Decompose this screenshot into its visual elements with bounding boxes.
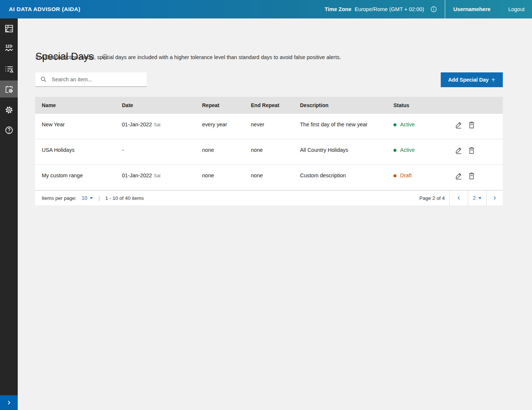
sidebar-item-help[interactable] <box>0 122 18 139</box>
row-date-day: Sat <box>154 173 160 178</box>
dashboard-icon <box>4 24 14 34</box>
logout-button[interactable]: Logout <box>508 6 525 12</box>
table-row: New Year 01-Jan-2022Sat every year never… <box>35 114 503 139</box>
row-description: The first day of the new year <box>293 114 387 139</box>
top-bar: AI DATA ADVISOR (AIDA) Time Zone Europe/… <box>0 0 532 18</box>
status-dot <box>393 149 396 152</box>
username[interactable]: Usernamehere <box>453 6 491 12</box>
add-special-day-label: Add Special Day <box>448 77 489 83</box>
sidebar: 123· <box>0 18 18 410</box>
svg-text:123·: 123· <box>5 44 13 48</box>
row-repeat: every year <box>195 114 244 139</box>
delete-button[interactable] <box>467 120 475 129</box>
plus-icon: + <box>491 76 495 83</box>
items-per-page-select[interactable]: 10 <box>82 195 93 201</box>
sidebar-item-settings[interactable] <box>0 101 18 118</box>
edit-button[interactable] <box>454 120 463 129</box>
numeric-trend-icon: 123· <box>4 43 14 53</box>
footer-divider: | <box>98 195 100 201</box>
timezone-info-icon[interactable] <box>430 6 437 13</box>
column-header-status: Status <box>387 102 444 108</box>
row-status: Draft <box>387 165 444 190</box>
delete-button[interactable] <box>467 146 475 154</box>
special-days-table: Name Date Repeat End Repeat Description … <box>35 97 503 205</box>
next-page-button[interactable] <box>486 191 503 205</box>
column-header-date: Date <box>115 102 195 108</box>
header-divider <box>445 0 445 18</box>
help-icon <box>4 125 14 135</box>
add-special-day-button[interactable]: Add Special Day + <box>441 72 503 87</box>
caret-down-icon <box>478 197 481 199</box>
app-title: AI DATA ADVISOR (AIDA) <box>9 0 80 18</box>
row-date: 01-Jan-2022Sat <box>115 165 195 190</box>
page-of-text: Page 2 of 4 <box>419 191 445 205</box>
row-name: My custom range <box>35 165 115 190</box>
delete-button[interactable] <box>467 171 475 180</box>
status-label: Active <box>400 122 415 127</box>
chevron-right-icon <box>492 195 498 201</box>
sidebar-item-metrics[interactable]: 123· <box>0 39 18 56</box>
row-date: - <box>115 139 195 164</box>
sidebar-expand-button[interactable] <box>0 395 18 410</box>
row-repeat: none <box>195 165 244 190</box>
row-repeat: none <box>195 139 244 164</box>
list-delta-icon <box>4 64 14 74</box>
column-header-description: Description <box>293 102 387 108</box>
row-status: Active <box>387 139 444 164</box>
gear-icon <box>4 105 14 115</box>
row-date: 01-Jan-2022Sat <box>115 114 195 139</box>
items-per-page-label: Items per page: <box>42 195 76 201</box>
search-input[interactable] <box>52 72 147 86</box>
row-status: Active <box>387 114 444 139</box>
column-header-end-repeat: End Repeat <box>244 102 293 108</box>
page-number-select[interactable]: 2 <box>468 191 486 205</box>
status-dot <box>393 174 396 177</box>
row-description: All Country Holidays <box>293 139 387 164</box>
sidebar-item-special-days[interactable] <box>0 81 18 98</box>
table-header-row: Name Date Repeat End Repeat Description … <box>35 97 503 114</box>
status-dot <box>393 123 396 126</box>
row-date-day: Sat <box>154 122 160 127</box>
table-row: USA Holidays - none none All Country Hol… <box>35 139 503 165</box>
sidebar-item-dashboard[interactable] <box>0 20 18 37</box>
items-range-text: 1 - 10 of 40 items <box>105 195 144 201</box>
row-end-repeat: none <box>244 165 293 190</box>
column-header-name: Name <box>35 102 115 108</box>
table-footer: Items per page: 10 | 1 - 10 of 40 items … <box>35 190 503 205</box>
column-header-repeat: Repeat <box>195 102 244 108</box>
status-label: Draft <box>400 172 412 178</box>
special-days-calendar-gear-icon <box>4 84 14 94</box>
table-row: My custom range 01-Jan-2022Sat none none… <box>35 165 503 190</box>
previous-page-button[interactable] <box>449 191 468 205</box>
row-description: Custom description <box>293 165 387 190</box>
row-name: USA Holidays <box>35 139 115 164</box>
page-description: In AIDA prediction model, special days a… <box>35 54 341 60</box>
sidebar-item-alert-list[interactable] <box>0 60 18 77</box>
main-content: Special Days In AIDA prediction model, s… <box>18 18 532 410</box>
status-label: Active <box>400 147 415 153</box>
timezone-value: Europe/Rome (GMT + 02:00) <box>355 6 424 12</box>
search-icon <box>40 76 47 83</box>
edit-button[interactable] <box>454 146 463 154</box>
chevron-left-icon <box>456 195 462 201</box>
row-name: New Year <box>35 114 115 139</box>
chevron-right-icon <box>5 399 13 407</box>
timezone-label: Time Zone <box>325 6 351 12</box>
row-end-repeat: none <box>244 139 293 164</box>
caret-down-icon <box>90 197 93 199</box>
row-end-repeat: never <box>244 114 293 139</box>
top-bar-right: Time Zone Europe/Rome (GMT + 02:00) User… <box>325 0 532 18</box>
search-box <box>35 72 147 87</box>
edit-button[interactable] <box>454 171 463 180</box>
